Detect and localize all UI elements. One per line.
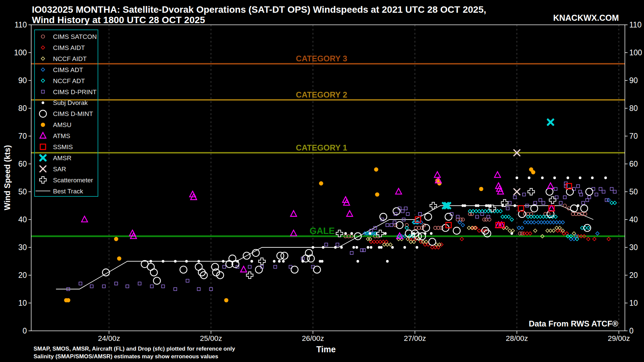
data-point-marker bbox=[514, 204, 516, 207]
data-point-marker bbox=[587, 237, 590, 241]
legend-item-cims_dprint: CIMS D-PRINT bbox=[42, 88, 97, 96]
data-point-marker bbox=[41, 35, 45, 38]
x-tick-label: 26/00z bbox=[302, 334, 324, 343]
data-point-marker bbox=[461, 223, 465, 227]
data-point-marker bbox=[401, 210, 404, 213]
data-point-marker bbox=[539, 198, 542, 201]
data-point-marker bbox=[464, 204, 466, 207]
data-point-marker bbox=[479, 187, 483, 191]
data-point-marker bbox=[351, 232, 353, 235]
data-point-marker bbox=[197, 288, 200, 291]
data-point-marker bbox=[40, 132, 46, 138]
data-point-marker bbox=[531, 205, 538, 212]
data-point-marker bbox=[513, 196, 516, 199]
data-point-marker bbox=[153, 277, 160, 284]
data-point-marker bbox=[40, 144, 46, 149]
data-point-marker bbox=[523, 193, 526, 196]
y-tick-label-left: 10 bbox=[18, 299, 27, 307]
data-point-marker bbox=[404, 207, 407, 210]
data-point-marker bbox=[41, 68, 45, 71]
data-point-marker bbox=[563, 204, 567, 207]
data-point-marker bbox=[511, 232, 513, 235]
data-point-marker bbox=[579, 177, 582, 179]
data-point-marker bbox=[282, 260, 285, 263]
data-point-marker bbox=[416, 246, 418, 249]
data-point-marker bbox=[593, 237, 596, 241]
data-point-marker bbox=[554, 187, 557, 190]
data-point-marker bbox=[114, 237, 118, 241]
data-point-marker bbox=[42, 102, 44, 104]
data-point-marker bbox=[425, 213, 432, 220]
data-point-marker bbox=[380, 246, 383, 249]
data-point-marker bbox=[117, 256, 121, 261]
data-point-marker bbox=[346, 210, 353, 216]
data-point-marker bbox=[325, 243, 328, 246]
data-point-marker bbox=[572, 232, 576, 235]
data-point-marker bbox=[516, 177, 518, 179]
data-point-marker bbox=[150, 285, 153, 288]
data-point-marker bbox=[224, 298, 228, 302]
data-point-marker bbox=[477, 204, 480, 207]
y-tick-label-left: 60 bbox=[18, 160, 27, 168]
data-credit: Data From RWS ATCF® bbox=[529, 319, 618, 328]
legend-item-label: Scatterometer bbox=[53, 177, 93, 184]
data-point-marker bbox=[577, 185, 580, 188]
data-point-marker bbox=[528, 188, 535, 195]
y-tick-label-left: 110 bbox=[14, 20, 27, 29]
data-point-marker bbox=[319, 181, 323, 186]
x-tick-label: 29/00z bbox=[608, 334, 630, 343]
series-amsr bbox=[443, 120, 553, 208]
data-point-marker bbox=[290, 210, 297, 216]
legend-item-amsu: AMSU bbox=[41, 121, 71, 128]
chart-title-line2: Wind History at 1800 UTC 28 OCT 2025 bbox=[32, 15, 205, 25]
data-point-marker bbox=[336, 243, 339, 246]
data-point-marker bbox=[126, 285, 129, 288]
chart-title-line1: IO032025 MONTHA: Satellite-Dvorak Operat… bbox=[32, 4, 486, 15]
legend-item-label: CIMS D-MINT bbox=[53, 110, 93, 117]
x-tick-label: 25/00z bbox=[200, 334, 222, 343]
data-point-marker bbox=[350, 251, 353, 254]
data-point-marker bbox=[273, 260, 276, 263]
data-point-marker bbox=[571, 205, 578, 212]
reference-lines: CATEGORY 3CATEGORY 2CATEGORY 1GALE bbox=[31, 54, 625, 236]
data-point-marker bbox=[162, 260, 164, 263]
data-point-marker bbox=[42, 90, 45, 93]
data-point-marker bbox=[90, 285, 93, 288]
y-tick-label-left: 80 bbox=[18, 104, 27, 113]
data-point-marker bbox=[510, 218, 514, 221]
data-point-marker bbox=[546, 188, 553, 195]
data-point-marker bbox=[595, 193, 598, 196]
data-point-marker bbox=[541, 177, 544, 179]
data-point-marker bbox=[476, 215, 479, 218]
data-point-marker bbox=[363, 249, 366, 252]
data-point-marker bbox=[41, 123, 45, 127]
data-point-marker bbox=[180, 266, 187, 273]
data-point-marker bbox=[334, 246, 337, 249]
y-tick-label-right: 20 bbox=[629, 271, 638, 280]
data-point-marker bbox=[548, 120, 553, 125]
y-tick-label-left: 100 bbox=[14, 48, 27, 57]
data-point-marker bbox=[419, 213, 422, 216]
data-point-marker bbox=[223, 265, 226, 268]
y-tick-label-right: 70 bbox=[629, 132, 638, 140]
data-point-marker bbox=[312, 246, 314, 249]
legend-item-ssmis: SSMIS bbox=[40, 143, 73, 150]
data-point-marker bbox=[290, 230, 297, 236]
data-point-marker bbox=[434, 172, 440, 177]
data-point-marker bbox=[174, 288, 177, 291]
data-point-marker bbox=[115, 282, 118, 285]
y-tick-label-left: 50 bbox=[18, 187, 27, 196]
y-tick-label-right: 60 bbox=[629, 160, 638, 168]
data-point-marker bbox=[613, 190, 616, 193]
legend-item-label: Subj Dvorak bbox=[53, 99, 88, 106]
data-point-marker bbox=[386, 260, 389, 263]
data-point-marker bbox=[404, 246, 406, 249]
series-sar bbox=[514, 150, 520, 195]
data-point-marker bbox=[150, 269, 157, 276]
data-point-marker bbox=[360, 249, 363, 252]
data-point-marker bbox=[222, 260, 225, 263]
data-point-marker bbox=[567, 177, 569, 179]
data-point-marker bbox=[607, 237, 610, 241]
data-point-marker bbox=[555, 196, 558, 199]
data-point-marker bbox=[291, 266, 298, 273]
